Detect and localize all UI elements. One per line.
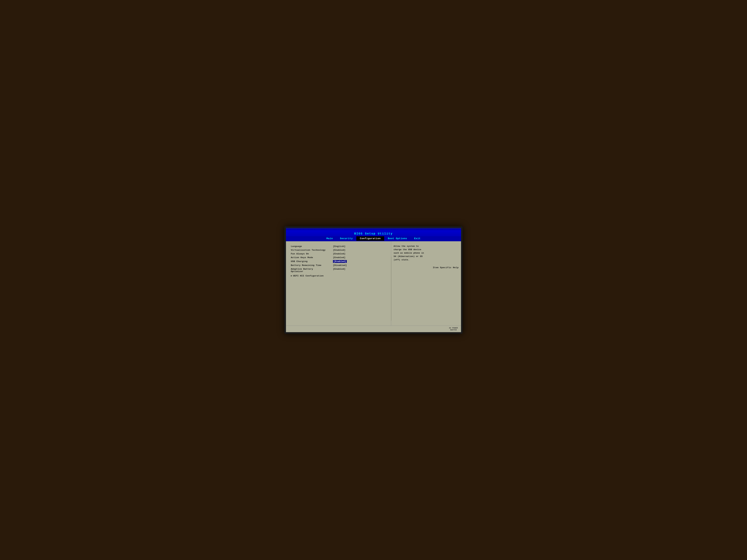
setting-value-action-keys: [Enabled]: [333, 256, 345, 259]
submenu-uefi-hii[interactable]: ► UEFI HII Configuration: [291, 274, 388, 278]
bios-content: Language [English] Virtualization Techno…: [286, 241, 461, 325]
setting-value-adaptive-battery: [Enabled]: [333, 268, 345, 270]
item-specific-help: Item Specific Help: [394, 266, 459, 269]
help-line-3: such as mobile phone in: [394, 252, 424, 254]
help-text: Allow the system to charge the USB devic…: [394, 244, 459, 262]
ac-power-badge: AC POWER SWITCH: [449, 327, 458, 331]
setting-row-usb-charging[interactable]: USB Charging [Enabled]: [291, 260, 388, 264]
setting-row-battery-remaining[interactable]: Battery Remaining Time [Disabled]: [291, 264, 388, 267]
nav-item-boot-options[interactable]: Boot Options: [384, 236, 411, 241]
setting-row-adaptive-battery[interactable]: Adaptive Battery Optimizer [Enabled]: [291, 267, 388, 273]
setting-name-virtualization: Virtualization Technology: [291, 249, 333, 251]
setting-row-fan[interactable]: Fan Always On [Enabled]: [291, 252, 388, 256]
setting-row-language[interactable]: Language [English]: [291, 244, 388, 248]
help-line-2: charge the USB device: [394, 248, 421, 251]
left-panel: Language [English] Virtualization Techno…: [286, 241, 391, 325]
setting-name-adaptive-battery: Adaptive Battery Optimizer: [291, 268, 333, 273]
settings-table: Language [English] Virtualization Techno…: [291, 244, 388, 278]
screen-bezel: BIOS Setup Utility Main Security Configu…: [284, 226, 463, 334]
bios-header: BIOS Setup Utility Main Security Configu…: [286, 231, 461, 241]
bios-title: BIOS Setup Utility: [286, 232, 461, 236]
setting-value-fan: [Enabled]: [333, 252, 345, 255]
submenu-label: UEFI HII Configuration: [293, 275, 324, 277]
top-bar: [286, 228, 461, 231]
nav-item-exit[interactable]: Exit: [411, 236, 424, 241]
setting-name-usb-charging: USB Charging: [291, 260, 333, 263]
submenu-arrow: ►: [291, 275, 292, 277]
right-panel: Allow the system to charge the USB devic…: [391, 241, 461, 325]
setting-row-action-keys[interactable]: Action Keys Mode [Enabled]: [291, 256, 388, 260]
nav-item-main[interactable]: Main: [323, 236, 337, 241]
setting-value-battery-remaining: [Disabled]: [333, 264, 347, 267]
setting-value-usb-charging: [Enabled]: [333, 260, 347, 263]
center-divider: [391, 257, 391, 321]
setting-name-fan: Fan Always On: [291, 252, 333, 255]
nav-bar: Main Security Configuration Boot Options…: [286, 236, 461, 241]
bios-screen: BIOS Setup Utility Main Security Configu…: [286, 228, 461, 332]
setting-name-language: Language: [291, 245, 333, 247]
setting-name-action-keys: Action Keys Mode: [291, 256, 333, 259]
help-line-4: S4 (Hibernation) or S5: [394, 255, 422, 258]
setting-value-language: [English]: [333, 245, 345, 247]
setting-value-virtualization: [Enabled]: [333, 249, 345, 251]
nav-item-security[interactable]: Security: [336, 236, 356, 241]
help-line-5: (off) state.: [394, 259, 410, 261]
setting-row-virtualization[interactable]: Virtualization Technology [Enabled]: [291, 248, 388, 252]
nav-item-configuration[interactable]: Configuration: [356, 236, 384, 241]
setting-name-battery-remaining: Battery Remaining Time: [291, 264, 333, 267]
bios-footer: AC POWER SWITCH: [286, 325, 461, 332]
help-line-1: Allow the system to: [394, 245, 418, 247]
